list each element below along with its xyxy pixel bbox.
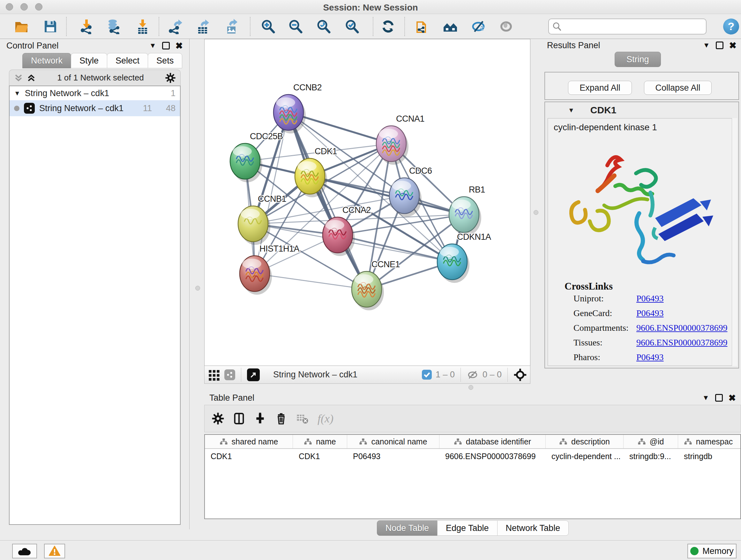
table-gear-icon[interactable]	[212, 412, 224, 425]
section-expander-icon[interactable]: ▼	[568, 107, 575, 114]
tree-expander-icon[interactable]: ▼	[14, 90, 20, 97]
tab-style[interactable]: Style	[71, 53, 107, 68]
collapse-panel-icon[interactable]: ▼	[703, 41, 710, 50]
close-panel-icon[interactable]: ✖	[176, 41, 183, 51]
column-header[interactable]: canonical name	[347, 435, 440, 448]
crosslink-row: Tissues: 9606.ENSP00000378699	[574, 337, 733, 348]
crosslink-link[interactable]: 9606.ENSP00000378699	[636, 323, 727, 333]
network-node-ccnb1[interactable]: CCNB1	[238, 194, 286, 245]
results-buttons-box: Expand All Collapse All	[544, 72, 739, 100]
houses-icon[interactable]	[443, 19, 458, 34]
gear-icon[interactable]	[165, 72, 176, 83]
tab-string[interactable]: String	[615, 52, 661, 67]
close-panel-icon[interactable]: ✖	[729, 40, 737, 51]
float-panel-icon[interactable]	[715, 394, 723, 401]
column-header[interactable]: name	[293, 435, 347, 448]
refresh-icon[interactable]	[381, 19, 396, 34]
protein-structure-image	[559, 138, 725, 272]
zoom-out-icon[interactable]	[288, 19, 303, 34]
import-network-icon[interactable]	[79, 19, 94, 34]
zoom-in-icon[interactable]	[260, 19, 276, 34]
show-eye-icon[interactable]	[498, 19, 514, 34]
zoom-fit-icon[interactable]	[316, 19, 331, 34]
network-row-selected[interactable]: String Network – cdk1 11 48	[10, 100, 180, 116]
table-row[interactable]: CDK1 CDK1 P06493 9606.ENSP00000378699 cy…	[205, 449, 740, 463]
save-session-icon[interactable]	[43, 19, 58, 34]
export-image-icon[interactable]	[224, 19, 239, 34]
results-scrollbar[interactable]	[732, 118, 737, 366]
column-header[interactable]: database identifier	[440, 435, 546, 448]
show-columns-icon[interactable]	[232, 412, 246, 425]
cloud-status-button[interactable]	[12, 544, 37, 558]
tab-select[interactable]: Select	[107, 53, 148, 68]
right-divider-grip[interactable]	[534, 210, 538, 215]
column-header[interactable]: description	[546, 435, 623, 448]
network-canvas[interactable]: CCNB2CCNA1CDC25BCDK1CDC6RB1CCNB1CCNA2CDK…	[204, 39, 530, 366]
bottom-divider-grip[interactable]	[468, 385, 473, 390]
function-builder-icon[interactable]: f(x)	[318, 412, 333, 425]
network-collection-label: String Network – cdk1	[25, 88, 109, 98]
network-node-ccne1[interactable]: CCNE1	[352, 260, 400, 310]
grid-view-icon[interactable]	[208, 368, 220, 381]
network-node-hist1h1a[interactable]: HIST1H1A	[240, 244, 300, 295]
warning-status-button[interactable]	[44, 544, 65, 558]
network-status-dot	[14, 106, 19, 111]
crosslink-label: GeneCard:	[574, 308, 634, 318]
export-table-icon[interactable]	[196, 19, 211, 34]
string-document-icon[interactable]	[414, 19, 430, 34]
collapse-panel-icon[interactable]: ▼	[702, 394, 710, 402]
float-panel-icon[interactable]	[162, 42, 170, 50]
collapse-all-icon[interactable]	[14, 73, 23, 83]
main-toolbar: ?	[0, 14, 741, 39]
network-node-ccna1[interactable]: CCNA1	[376, 114, 424, 165]
network-node-rb1[interactable]: RB1	[449, 185, 485, 236]
network-node-ccnb2[interactable]: CCNB2	[273, 83, 322, 133]
left-divider-grip[interactable]	[195, 286, 200, 291]
export-network-icon[interactable]	[168, 19, 184, 34]
collapse-panel-icon[interactable]: ▼	[149, 42, 156, 50]
crosslink-link[interactable]: P06493	[636, 294, 664, 303]
search-input[interactable]	[565, 22, 706, 32]
tab-node-table[interactable]: Node Table	[377, 520, 437, 536]
float-panel-icon[interactable]	[716, 42, 724, 49]
tab-network[interactable]: Network	[22, 53, 71, 68]
birdseye-crosshair-icon[interactable]	[514, 368, 527, 381]
import-database-icon[interactable]	[106, 19, 121, 34]
network-edge[interactable]	[288, 112, 367, 289]
column-header[interactable]: @id	[623, 435, 678, 448]
network-view-share-icon[interactable]	[224, 369, 235, 380]
delete-column-icon[interactable]	[275, 412, 287, 425]
detach-view-icon[interactable]	[247, 368, 260, 381]
hide-eye-icon[interactable]	[471, 19, 486, 34]
delete-table-icon[interactable]	[296, 412, 309, 425]
toolbar-separator	[404, 17, 405, 36]
network-node-cdkn1a[interactable]: CDKN1A	[437, 232, 491, 283]
network-selected-summary: 1 of 1 Network selected	[36, 73, 165, 83]
tab-edge-table[interactable]: Edge Table	[437, 520, 497, 536]
table-panel-title: Table Panel	[209, 393, 254, 403]
help-button[interactable]: ?	[723, 18, 739, 35]
memory-button[interactable]: Memory	[687, 544, 737, 558]
crosslink-link[interactable]: P06493	[636, 308, 664, 318]
toolbar-separator	[66, 17, 67, 36]
titlebar: Session: New Session	[0, 0, 741, 14]
add-column-icon[interactable]	[254, 412, 266, 425]
open-session-icon[interactable]	[14, 19, 29, 34]
selected-checkbox[interactable]	[422, 370, 432, 380]
hidden-eye-icon[interactable]	[467, 369, 479, 381]
expand-all-button[interactable]: Expand All	[568, 81, 632, 95]
column-header[interactable]: namespac	[678, 435, 738, 448]
section-title: CDK1	[590, 105, 616, 116]
network-collection-row[interactable]: ▼ String Network – cdk1 1	[10, 86, 180, 100]
import-table-icon[interactable]	[135, 19, 150, 34]
crosslink-link[interactable]: P06493	[636, 352, 664, 362]
expand-all-icon[interactable]	[26, 73, 36, 83]
tab-network-table[interactable]: Network Table	[497, 520, 569, 536]
memory-label: Memory	[702, 546, 734, 556]
zoom-selected-icon[interactable]	[344, 19, 360, 34]
collapse-all-button[interactable]: Collapse All	[644, 81, 712, 95]
tab-sets[interactable]: Sets	[148, 53, 182, 68]
column-header[interactable]: shared name	[205, 435, 293, 448]
close-panel-icon[interactable]: ✖	[729, 393, 736, 403]
crosslink-link[interactable]: 9606.ENSP00000378699	[636, 337, 727, 348]
